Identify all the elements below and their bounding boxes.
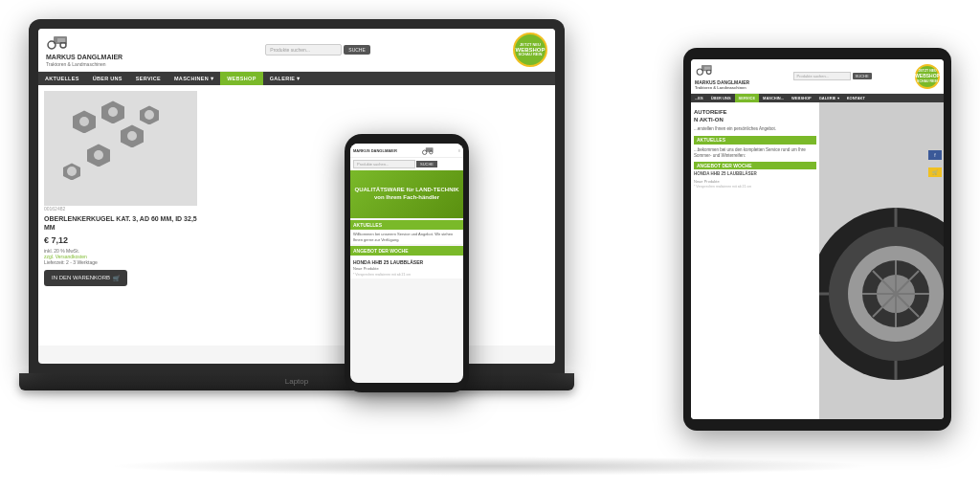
cart-icon: 🛒 bbox=[113, 275, 120, 281]
phone-search-button[interactable]: SUCHE bbox=[416, 161, 437, 167]
phone-angebot-title: ANGEBOT DER WOCHE bbox=[353, 248, 460, 254]
phone-hero-text: QUALITÄTSWARE für LAND-TECHNIK von Ihrem… bbox=[354, 187, 459, 202]
laptop-nav-webshop[interactable]: WEBSHOP bbox=[220, 72, 263, 85]
svg-rect-3 bbox=[57, 38, 65, 42]
laptop-nav-galerie[interactable]: GALERIE ▾ bbox=[263, 72, 307, 85]
laptop-search-button[interactable]: SUCHE bbox=[344, 45, 370, 55]
laptop-product-id: 00162482 bbox=[44, 206, 197, 212]
laptop-search-input[interactable]: Produkte suchen... bbox=[265, 44, 342, 56]
tablet-webshop-badge: JETZT NEUWEBSHOPSCHAU REIN bbox=[915, 64, 940, 89]
laptop-site-header: MARKUS DANGLMAIER Traktoren & Landmaschi… bbox=[38, 29, 555, 72]
laptop-nav-ueber-uns[interactable]: ÜBER UNS bbox=[86, 72, 129, 85]
phone-angebot-product: HONDA HHB 25 LAUBBLÄSER bbox=[353, 259, 460, 265]
phone-aktuelles-title: AKTUELLES bbox=[353, 222, 460, 228]
svg-rect-16 bbox=[704, 67, 710, 70]
tablet-angebot-section: ANGEBOT DER WOCHE bbox=[694, 162, 816, 169]
tablet-angebot-title: HONDA HHB 25 LAUBBLÄSER bbox=[694, 171, 816, 177]
laptop-product-details: 00162482 OBERLENKERKUGEL KAT. 3, AD 60 M… bbox=[44, 206, 197, 285]
tablet-left-column: AUTOREIFEN AKTI-ON ...erstellen Ihnen ei… bbox=[691, 102, 819, 419]
tablet-body: MARKUS DANGLMAIER Traktoren & Landmaschi… bbox=[683, 48, 951, 431]
laptop-site-content: 00162482 OBERLENKERKUGEL KAT. 3, AD 60 M… bbox=[38, 85, 555, 345]
nut-1 bbox=[73, 110, 96, 133]
nut-4 bbox=[87, 144, 110, 167]
phone-angebot-note: * Versprechen realisieren mit ab 21 cm bbox=[353, 273, 460, 277]
tablet-main-text1: ...erstellen Ihnen ein persönliches Ange… bbox=[694, 126, 816, 132]
phone-angebot-content: HONDA HHB 25 LAUBBLÄSER Neue Produkte * … bbox=[350, 256, 463, 278]
tablet-service-text: ...bekommen bei uns den kompletten Servi… bbox=[694, 147, 816, 160]
laptop-product-title: OBERLENKERKUGEL KAT. 3, AD 60 MM, ID 32,… bbox=[44, 214, 197, 232]
laptop-product-image bbox=[44, 91, 197, 206]
tablet-tractor-icon bbox=[695, 62, 714, 76]
laptop-add-to-cart-button[interactable]: IN DEN WARENKORB 🛒 bbox=[44, 270, 127, 286]
tablet-cart-icon[interactable]: 🛒 bbox=[928, 167, 942, 177]
phone-angebot-subtitle: Neue Produkte bbox=[353, 266, 460, 271]
tablet-search-bar: Produkte suchen... SUCHE bbox=[793, 72, 872, 80]
phone-search-input[interactable]: Produkte suchen... bbox=[353, 160, 415, 168]
phone-aktuelles-section: AKTUELLES bbox=[350, 220, 463, 230]
tablet-aktuelles-section: AKTUELLES bbox=[694, 136, 816, 145]
laptop-nav-bar: AKTUELLES ÜBER UNS SERVICE MASCHINEN ▾ W… bbox=[38, 72, 555, 85]
laptop-nav-maschinen[interactable]: MASCHINEN ▾ bbox=[167, 72, 220, 85]
laptop-product-price: € 7,12 bbox=[44, 235, 197, 245]
phone-device: MARKUS DANGLMAIER ≡ Produkte suchen... S… bbox=[345, 134, 469, 392]
tablet-angebot-note: * Versprechen realisieren mit ab 21 cm bbox=[694, 185, 816, 189]
tablet-nav-service[interactable]: SERVICE bbox=[735, 94, 760, 102]
tablet-brand: MARKUS DANGLMAIER Traktoren & Landmaschi… bbox=[695, 79, 749, 90]
svg-point-14 bbox=[697, 69, 702, 75]
laptop-device: MARKUS DANGLMAIER Traktoren & Landmaschi… bbox=[29, 19, 565, 421]
laptop-nav-service[interactable]: SERVICE bbox=[129, 72, 167, 85]
nut-2 bbox=[101, 100, 124, 123]
laptop-brand: MARKUS DANGLMAIER Traktoren & Landmaschi… bbox=[46, 54, 122, 67]
tablet-site-header: MARKUS DANGLMAIER Traktoren & Landmaschi… bbox=[691, 59, 944, 94]
phone-angebot-section: ANGEBOT DER WOCHE bbox=[350, 246, 463, 256]
tablet-device: MARKUS DANGLMAIER Traktoren & Landmaschi… bbox=[683, 48, 951, 431]
phone-hero-section: QUALITÄTSWARE für LAND-TECHNIK von Ihrem… bbox=[350, 170, 463, 218]
phone-tractor-icon bbox=[421, 145, 434, 155]
nut-6 bbox=[63, 163, 80, 180]
phone-site-header: MARKUS DANGLMAIER ≡ bbox=[350, 144, 463, 158]
laptop-webshop-badge: JETZT NEU WEBSHOP SCHAU REIN bbox=[513, 33, 547, 67]
phone-body: MARKUS DANGLMAIER ≡ Produkte suchen... S… bbox=[345, 134, 469, 392]
laptop-screen: MARKUS DANGLMAIER Traktoren & Landmaschi… bbox=[38, 29, 555, 364]
tablet-angebot-subtitle: Neue Produkte bbox=[694, 179, 816, 184]
phone-aktuelles-text: Willkommen bei unserem Service und Angeb… bbox=[353, 232, 460, 242]
nut-3 bbox=[121, 124, 144, 147]
laptop-product-delivery: Lieferzeit: 2 - 3 Werktage bbox=[44, 259, 197, 265]
phone-search-bar: Produkte suchen... SUCHE bbox=[350, 158, 463, 170]
tablet-right-column: f 🛒 bbox=[819, 102, 944, 419]
tablet-aktuelles-label: AKTUELLES bbox=[694, 136, 816, 145]
tablet-logo: MARKUS DANGLMAIER Traktoren & Landmaschi… bbox=[695, 62, 749, 90]
tablet-main-title: AUTOREIFEN AKTI-ON bbox=[694, 109, 816, 124]
laptop-nav-aktuelles[interactable]: AKTUELLES bbox=[38, 72, 86, 85]
phone-aktuelles-content: Willkommen bei unserem Service und Angeb… bbox=[350, 230, 463, 244]
tablet-nav-bar: ...ES ÜBER UNS SERVICE MASCHIN... WEBSHO… bbox=[691, 94, 944, 102]
scene-shadow bbox=[107, 457, 873, 476]
tablet-main-content: AUTOREIFEN AKTI-ON ...erstellen Ihnen ei… bbox=[691, 102, 944, 419]
tablet-screen: MARKUS DANGLMAIER Traktoren & Landmaschi… bbox=[691, 59, 944, 419]
phone-logo: MARKUS DANGLMAIER bbox=[353, 148, 397, 153]
tablet-nav-webshop[interactable]: WEBSHOP bbox=[788, 94, 815, 102]
tractor-icon bbox=[46, 33, 69, 50]
phone-menu-icon[interactable]: ≡ bbox=[458, 148, 460, 153]
laptop-product-area: 00162482 OBERLENKERKUGEL KAT. 3, AD 60 M… bbox=[44, 91, 549, 340]
laptop-search-bar: Produkte suchen... SUCHE bbox=[265, 44, 370, 56]
phone-screen: MARKUS DANGLMAIER ≡ Produkte suchen... S… bbox=[350, 144, 463, 383]
laptop-logo: MARKUS DANGLMAIER Traktoren & Landmaschi… bbox=[46, 33, 122, 67]
tablet-nav-ueber-uns[interactable]: ÜBER UNS bbox=[707, 94, 735, 102]
tablet-search-input[interactable]: Produkte suchen... bbox=[793, 72, 851, 80]
tablet-nav-maschinen[interactable]: MASCHIN... bbox=[759, 94, 788, 102]
tablet-search-button[interactable]: SUCHE bbox=[853, 73, 872, 79]
laptop-body: MARKUS DANGLMAIER Traktoren & Landmaschi… bbox=[29, 19, 565, 373]
tablet-facebook-icon[interactable]: f bbox=[928, 150, 942, 160]
tablet-tire-image bbox=[819, 102, 944, 419]
tablet-nav-aktuelles[interactable]: ...ES bbox=[691, 94, 707, 102]
tablet-badge-text: WEBSHOP bbox=[915, 73, 940, 78]
nut-5 bbox=[140, 105, 159, 124]
tablet-nav-galerie[interactable]: GALERIE ▾ bbox=[815, 94, 843, 102]
svg-point-32 bbox=[422, 150, 426, 154]
tablet-nav-kontakt[interactable]: KONTAKT bbox=[843, 94, 869, 102]
scene: MARKUS DANGLMAIER Traktoren & Landmaschi… bbox=[0, 0, 980, 490]
svg-point-1 bbox=[48, 41, 56, 49]
laptop-base bbox=[19, 373, 574, 390]
